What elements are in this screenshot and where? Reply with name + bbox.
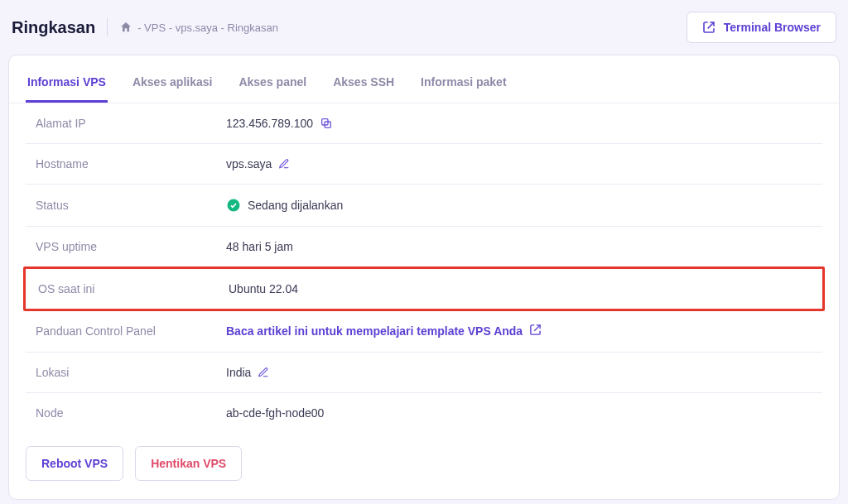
edit-icon[interactable]	[258, 367, 269, 378]
copy-icon[interactable]	[320, 117, 333, 130]
value-node: ab-cde-fgh-node00	[226, 406, 324, 420]
value-hostname-text: vps.saya	[226, 157, 272, 170]
value-status-text: Sedang dijalankan	[248, 199, 343, 212]
check-circle-icon	[226, 198, 241, 213]
value-panduan[interactable]: Baca artikel ini untuk mempelajari templ…	[226, 324, 542, 338]
row-node: Node ab-cde-fgh-node00	[26, 393, 822, 433]
value-status: Sedang dijalankan	[226, 198, 343, 213]
top-left: Ringkasan - VPS - vps.saya - Ringkasan	[12, 18, 278, 37]
stop-button[interactable]: Hentikan VPS	[135, 446, 242, 481]
page-title: Ringkasan	[12, 18, 95, 37]
reboot-button[interactable]: Reboot VPS	[26, 446, 123, 481]
row-lokasi: Lokasi India	[26, 353, 822, 393]
label-uptime: VPS uptime	[36, 240, 226, 253]
edit-icon[interactable]	[278, 158, 290, 170]
value-lokasi: India	[226, 366, 269, 379]
external-link-icon	[529, 324, 542, 338]
label-node: Node	[36, 406, 226, 420]
row-uptime: VPS uptime 48 hari 5 jam	[26, 227, 822, 267]
value-lokasi-text: India	[226, 366, 251, 379]
tab-akses-aplikasi[interactable]: Akses aplikasi	[131, 69, 214, 103]
home-icon	[119, 21, 132, 34]
tab-akses-panel[interactable]: Akses panel	[237, 69, 308, 103]
terminal-browser-button[interactable]: Terminal Browser	[687, 12, 836, 43]
row-alamat-ip: Alamat IP 123.456.789.100	[26, 103, 822, 144]
value-panduan-text: Baca artikel ini untuk mempelajari templ…	[226, 324, 523, 338]
info-list: Alamat IP 123.456.789.100 Hostname vps.s…	[9, 103, 839, 433]
value-alamat-ip: 123.456.789.100	[226, 117, 333, 130]
breadcrumb-text: - VPS - vps.saya - Ringkasan	[137, 22, 278, 34]
top-bar: Ringkasan - VPS - vps.saya - Ringkasan T…	[8, 12, 840, 55]
actions: Reboot VPS Hentikan VPS	[9, 433, 839, 499]
label-os: OS saat ini	[38, 282, 229, 295]
tab-akses-ssh[interactable]: Akses SSH	[331, 69, 396, 103]
label-status: Status	[36, 199, 226, 212]
info-card: Informasi VPS Akses aplikasi Akses panel…	[8, 55, 840, 500]
value-uptime: 48 hari 5 jam	[226, 240, 293, 253]
value-os: Ubuntu 22.04	[229, 282, 298, 295]
row-os-highlighted: OS saat ini Ubuntu 22.04	[23, 266, 825, 311]
divider	[107, 18, 108, 36]
row-status: Status Sedang dijalankan	[26, 185, 822, 227]
value-hostname: vps.saya	[226, 157, 290, 170]
external-link-icon	[702, 21, 716, 34]
tabs: Informasi VPS Akses aplikasi Akses panel…	[9, 55, 839, 103]
tab-informasi-vps[interactable]: Informasi VPS	[26, 69, 108, 103]
terminal-button-label: Terminal Browser	[724, 21, 821, 34]
value-alamat-ip-text: 123.456.789.100	[226, 117, 313, 130]
label-alamat-ip: Alamat IP	[36, 117, 226, 130]
tab-informasi-paket[interactable]: Informasi paket	[419, 69, 508, 103]
row-panduan: Panduan Control Panel Baca artikel ini u…	[26, 310, 822, 353]
row-hostname: Hostname vps.saya	[26, 144, 822, 185]
label-panduan: Panduan Control Panel	[36, 324, 226, 338]
label-lokasi: Lokasi	[36, 366, 226, 379]
breadcrumb[interactable]: - VPS - vps.saya - Ringkasan	[119, 21, 278, 34]
label-hostname: Hostname	[36, 157, 226, 170]
